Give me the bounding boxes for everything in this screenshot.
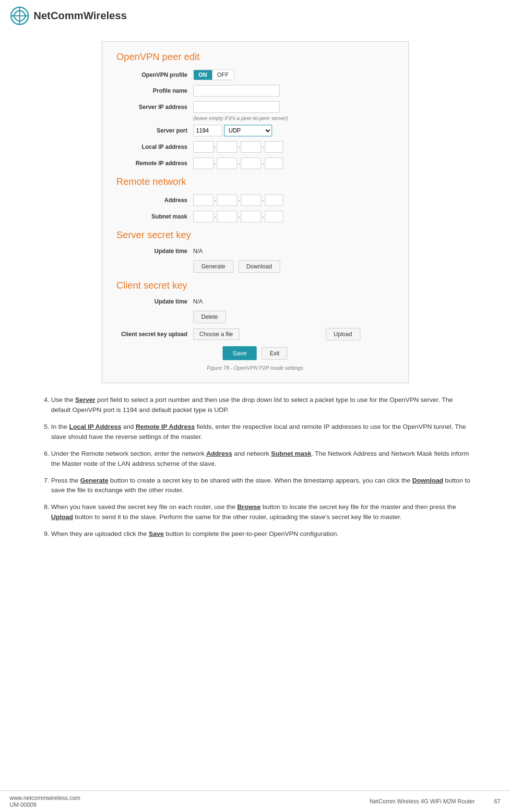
server-port-label: Server port [117, 127, 193, 134]
upload-button[interactable]: Upload [326, 328, 360, 340]
instructions-list: Use the Server port field to select a po… [39, 395, 471, 539]
generate-term: Generate [80, 477, 108, 484]
local-ip-term: Local IP Address [69, 423, 121, 430]
generate-button[interactable]: Generate [193, 260, 234, 273]
remote-ip-octet1[interactable] [193, 158, 213, 169]
remote-ip-octet4[interactable] [265, 158, 283, 169]
client-upload-controls: Choose a file Upload [193, 328, 360, 340]
subnet-mask-term: Subnet mask [271, 450, 311, 457]
server-ip-hint: (leave empty if it's a peer-to-peer serv… [193, 115, 394, 121]
form-panel: OpenVPN peer edit OpenVPN profile ON OFF… [102, 41, 409, 383]
subnet-octet2[interactable] [217, 211, 237, 222]
remote-network-title: Remote network [117, 176, 394, 187]
client-secret-key-section: Client secret key Update time N/A Delete… [117, 280, 394, 360]
client-update-time-row: Update time N/A [117, 298, 394, 305]
local-ip-label: Local IP address [117, 144, 193, 150]
server-port-input[interactable] [193, 125, 222, 136]
local-ip-octet1[interactable] [193, 141, 213, 153]
subnet-mask-row: Subnet mask · · · [117, 211, 394, 222]
client-update-time-label: Update time [117, 298, 193, 305]
logo-text: NetCommWireless [34, 10, 127, 22]
client-upload-label: Client secret key upload [117, 331, 193, 338]
instruction-item-9: When they are uploaded click the Save bu… [51, 529, 471, 539]
instruction-item-5: In the Local IP Address and Remote IP Ad… [51, 422, 471, 442]
server-ip-label: Server IP address [117, 104, 193, 110]
toggle-off-btn[interactable]: OFF [212, 70, 234, 80]
client-secret-key-title: Client secret key [117, 280, 394, 291]
subnet-octet3[interactable] [241, 211, 261, 222]
footer-website: www.netcommwireless.com [10, 795, 80, 801]
openvpn-peer-edit-title: OpenVPN peer edit [117, 51, 394, 62]
server-secret-key-title: Server secret key [117, 230, 394, 241]
server-port-row: Server port UDP TCP [117, 125, 394, 136]
server-port-value: UDP TCP [193, 125, 272, 136]
browse-term: Browse [237, 503, 261, 510]
instruction-item-8: When you have saved the secret key file … [51, 502, 471, 522]
address-octet4[interactable] [265, 194, 283, 206]
profile-name-input[interactable] [193, 85, 280, 97]
server-btn-row: Generate Download [193, 260, 394, 273]
save-exit-row: Save Exit [117, 346, 394, 360]
subnet-mask-value: · · · [193, 211, 284, 222]
figure-caption: Figure 78 - OpenVPN P2P mode settings [117, 365, 394, 371]
upload-term: Upload [51, 513, 73, 521]
profile-toggle-group[interactable]: ON OFF [193, 70, 234, 80]
remote-ip-term: Remote IP Address [136, 423, 195, 430]
delete-button[interactable]: Delete [193, 311, 226, 323]
address-value: · · · [193, 194, 284, 206]
instruction-item-4: Use the Server port field to select a po… [51, 395, 471, 415]
footer-page: 67 [494, 798, 500, 805]
openvpn-profile-label: OpenVPN profile [117, 72, 193, 78]
remote-ip-octet2[interactable] [217, 158, 237, 169]
save-button[interactable]: Save [223, 346, 257, 360]
client-upload-row: Client secret key upload Choose a file U… [117, 328, 394, 340]
server-ip-row: Server IP address [117, 101, 394, 113]
address-octet2[interactable] [217, 194, 237, 206]
server-update-time-label: Update time [117, 248, 193, 255]
local-ip-value: · · · [193, 141, 284, 153]
address-term: Address [206, 450, 232, 457]
local-ip-octet4[interactable] [265, 141, 283, 153]
toggle-on-btn[interactable]: ON [194, 70, 212, 80]
exit-button[interactable]: Exit [261, 347, 287, 360]
server-term: Server [75, 396, 95, 403]
page-footer: www.netcommwireless.com UM-00009 NetComm… [0, 790, 510, 812]
address-label: Address [117, 197, 193, 204]
local-ip-octet3[interactable] [241, 141, 261, 153]
download-button[interactable]: Download [238, 260, 280, 273]
address-octet1[interactable] [193, 194, 213, 206]
download-term: Download [412, 477, 443, 484]
server-secret-key-section: Server secret key Update time N/A Genera… [117, 230, 394, 273]
openvpn-profile-row: OpenVPN profile ON OFF [117, 70, 394, 80]
local-ip-octet2[interactable] [217, 141, 237, 153]
client-delete-row: Delete [193, 311, 394, 323]
address-octet3[interactable] [241, 194, 261, 206]
netcomm-logo-icon [10, 6, 30, 26]
server-update-time-value: N/A [193, 248, 203, 255]
server-update-time-row: Update time N/A [117, 248, 394, 255]
save-term: Save [149, 530, 164, 537]
remote-ip-value: · · · [193, 158, 284, 169]
profile-name-label: Profile name [117, 87, 193, 94]
footer-right: NetComm Wireless 4G WiFi M2M Router 67 [369, 798, 500, 805]
server-ip-input[interactable] [193, 101, 280, 113]
page-header: NetCommWireless [0, 0, 510, 32]
local-ip-row: Local IP address · · · [117, 141, 394, 153]
remote-network-section: Remote network Address · · · Subnet mask [117, 176, 394, 222]
profile-name-value [193, 85, 280, 97]
footer-model: UM-00009 [10, 801, 80, 808]
openvpn-profile-toggle: ON OFF [193, 70, 234, 80]
server-ip-value [193, 101, 280, 113]
profile-name-row: Profile name [117, 85, 394, 97]
remote-ip-label: Remote IP address [117, 160, 193, 167]
instruction-item-6: Under the Remote network section, enter … [51, 449, 471, 469]
client-update-time-value: N/A [193, 298, 203, 305]
protocol-select[interactable]: UDP TCP [224, 125, 272, 136]
subnet-octet4[interactable] [265, 211, 283, 222]
choose-file-button[interactable]: Choose a file [193, 328, 239, 340]
footer-left: www.netcommwireless.com UM-00009 [10, 795, 80, 808]
logo-container: NetCommWireless [10, 6, 127, 26]
remote-ip-octet3[interactable] [241, 158, 261, 169]
subnet-octet1[interactable] [193, 211, 213, 222]
address-row: Address · · · [117, 194, 394, 206]
